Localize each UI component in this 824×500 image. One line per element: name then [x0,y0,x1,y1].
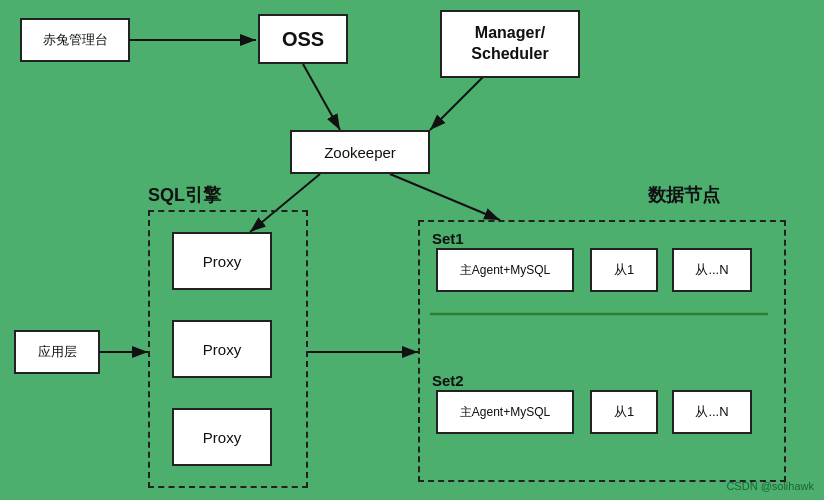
yingyong-box: 应用层 [14,330,100,374]
proxy2-box: Proxy [172,320,272,378]
proxy3-box: Proxy [172,408,272,466]
set1-slaveN-box: 从...N [672,248,752,292]
zookeeper-box: Zookeeper [290,130,430,174]
oss-box: OSS [258,14,348,64]
svg-line-2 [303,64,340,130]
diagram-container: SQL引擎 数据节点 Set1 Set2 赤兔管理台 OSS Manager/S… [0,0,824,500]
set2-label: Set2 [432,372,464,389]
set2-slave1-box: 从1 [590,390,658,434]
set2-slaveN-box: 从...N [672,390,752,434]
manager-box: Manager/Scheduler [440,10,580,78]
set1-master-box: 主Agent+MySQL [436,248,574,292]
set1-label: Set1 [432,230,464,247]
watermark: CSDN @solihawk [726,480,814,492]
chitu-box: 赤兔管理台 [20,18,130,62]
sql-section-label: SQL引擎 [148,183,221,207]
proxy1-box: Proxy [172,232,272,290]
set2-master-box: 主Agent+MySQL [436,390,574,434]
data-section-label: 数据节点 [648,183,720,207]
set1-slave1-box: 从1 [590,248,658,292]
svg-line-3 [430,70,490,130]
svg-line-5 [390,174,500,220]
